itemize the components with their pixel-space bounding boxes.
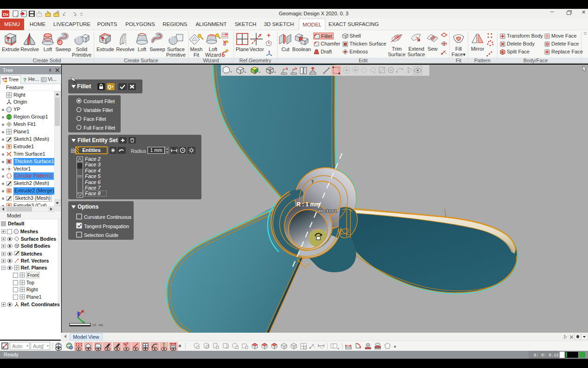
svg-text:S: S bbox=[501, 50, 504, 54]
svg-text:Dx: Dx bbox=[3, 12, 9, 17]
svg-text:Q: Q bbox=[108, 85, 111, 90]
svg-text:X: X bbox=[82, 309, 84, 314]
svg-text:Z: Z bbox=[77, 311, 79, 315]
svg-text:10 mm: 10 mm bbox=[92, 323, 103, 327]
svg-text:Vector1: Vector1 bbox=[318, 209, 337, 214]
svg-text:?: ? bbox=[23, 77, 26, 83]
svg-text:R : 1 mm: R : 1 mm bbox=[297, 201, 320, 208]
